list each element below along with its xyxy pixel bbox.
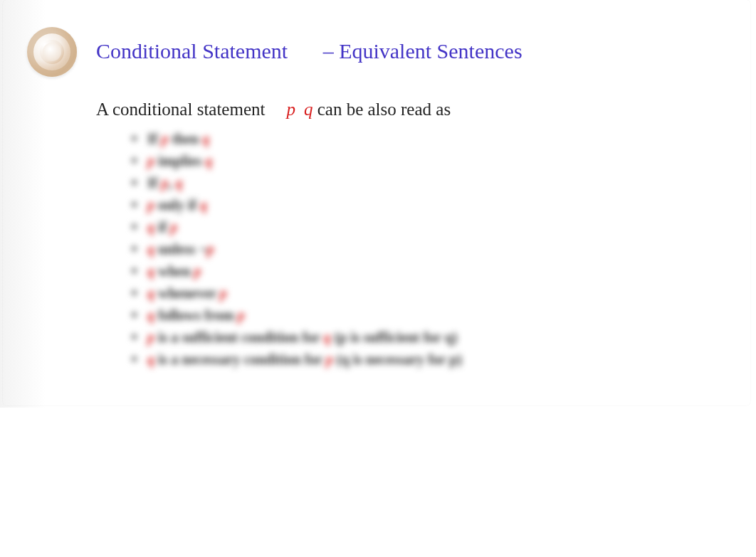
list-item: q whenever p — [132, 282, 462, 304]
list-item: p only if q — [132, 194, 462, 216]
intro-q: q — [304, 100, 313, 119]
intro-suffix: can be also read as — [317, 100, 451, 119]
list-item: If p then q — [132, 128, 462, 150]
list-item: q is a necessary condition for p (q is n… — [132, 349, 462, 371]
university-seal-logo — [27, 27, 77, 77]
list-item: p is a sufficient condition for q (p is … — [132, 327, 462, 349]
intro-sentence: A conditional statementpq can be also re… — [96, 100, 451, 120]
list-item: If p, q — [132, 172, 462, 194]
slide-title: Conditional Statement – Equivalent Sente… — [96, 39, 523, 63]
equivalent-sentences-list: If p then q p implies q If p, q p only i… — [132, 128, 462, 371]
list-item: q if p — [132, 216, 462, 238]
list-item: q unless ¬p — [132, 238, 462, 260]
list-item: q follows from p — [132, 304, 462, 327]
title-part1: Conditional Statement — [96, 39, 288, 63]
title-part2: – Equivalent Sentences — [323, 39, 523, 63]
list-item: p implies q — [132, 150, 462, 172]
list-item: q when p — [132, 260, 462, 282]
intro-p: p — [286, 100, 295, 119]
intro-prefix: A conditional statement — [96, 100, 265, 119]
